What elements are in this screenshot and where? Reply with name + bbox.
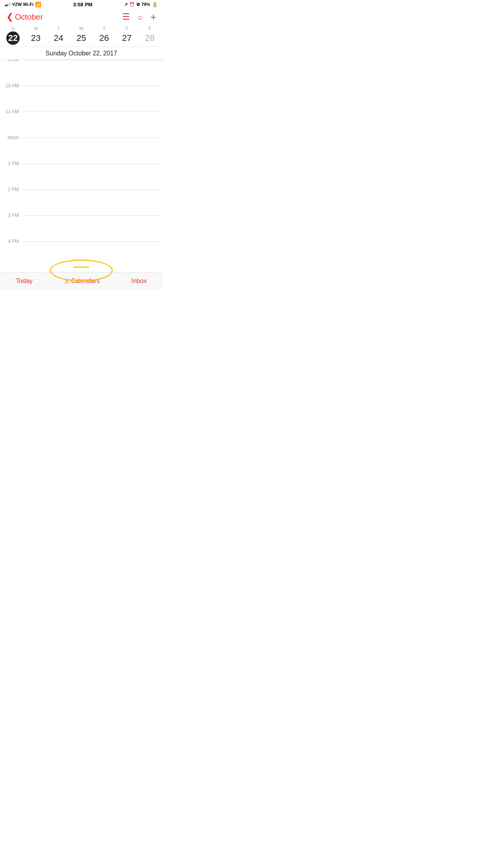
time-label-4pm: 4 PM (0, 239, 23, 244)
day-col-1[interactable]: M 23 (24, 26, 47, 45)
back-chevron-icon: ❮ (6, 12, 13, 22)
status-time: 3:58 PM (73, 2, 92, 7)
back-button[interactable]: ❮ October (6, 12, 43, 22)
time-grid: 9 AM 10 AM 11 AM Noon 1 PM 2 PM 3 PM 4 P… (0, 60, 163, 260)
day-letter-1: M (34, 26, 37, 31)
time-label-noon: Noon (0, 135, 23, 140)
time-label-2pm: 2 PM (0, 187, 23, 192)
time-line-noon (23, 138, 163, 138)
annotation-line (73, 267, 89, 268)
battery-label: 79% (141, 2, 150, 7)
status-left: VZW Wi-Fi 📶 (5, 2, 41, 7)
time-row-10am: 10 AM (0, 86, 163, 112)
nav-bar: ❮ October ☰ ⌕ + (0, 9, 163, 26)
day-number-0: 22 (6, 31, 20, 45)
day-col-6[interactable]: S 28 (138, 26, 161, 45)
day-letter-2: T (57, 26, 60, 31)
day-number-2: 24 (52, 31, 65, 45)
time-label-11am: 11 AM (0, 109, 23, 114)
inbox-label: Inbox (131, 278, 147, 285)
day-col-0[interactable]: S 22 (2, 26, 24, 45)
time-row-2pm: 2 PM (0, 189, 163, 215)
nav-icons: ☰ ⌕ + (122, 11, 156, 23)
tab-today[interactable]: Today (16, 278, 33, 285)
day-number-3: 25 (75, 31, 88, 45)
time-line-2pm (23, 189, 163, 190)
day-letter-6: S (148, 26, 151, 31)
day-letter-5: F (126, 26, 128, 31)
today-label: Today (16, 278, 33, 285)
time-line-10am (23, 86, 163, 86)
week-header: S 22 M 23 T 24 W 25 T 26 F 27 S 28 (0, 26, 163, 47)
time-row-noon: Noon (0, 138, 163, 164)
day-number-4: 26 (97, 31, 111, 45)
alarm-icon: ⏰ (129, 2, 135, 7)
time-row-9am: 9 AM (0, 60, 163, 86)
status-bar: VZW Wi-Fi 📶 3:58 PM ↗ ⏰ ✿ 79% 🔋 (0, 0, 163, 9)
day-letter-0: S (11, 26, 14, 31)
tab-inbox[interactable]: Inbox (131, 278, 147, 285)
date-label: Sunday October 22, 2017 (0, 47, 163, 60)
day-letter-4: T (103, 26, 106, 31)
wifi-icon: 📶 (35, 2, 41, 7)
time-line-3pm (23, 215, 163, 216)
calendars-label: Calendars (71, 278, 100, 285)
time-row-4pm: 4 PM (0, 241, 163, 260)
day-col-2[interactable]: T 24 (47, 26, 70, 45)
time-line-9am (23, 60, 163, 60)
time-label-10am: 10 AM (0, 83, 23, 88)
tab-bar: Today ⚠ Calendars Inbox (0, 272, 163, 289)
back-label: October (15, 13, 43, 22)
location-icon: ↗ (124, 2, 128, 7)
status-right: ↗ ⏰ ✿ 79% 🔋 (124, 2, 158, 7)
tab-calendars[interactable]: ⚠ Calendars (64, 278, 100, 285)
day-col-5[interactable]: F 27 (116, 26, 138, 45)
day-col-4[interactable]: T 26 (93, 26, 116, 45)
add-icon[interactable]: + (150, 11, 156, 23)
time-row-3pm: 3 PM (0, 215, 163, 241)
list-icon[interactable]: ☰ (122, 12, 130, 22)
time-line-4pm (23, 241, 163, 242)
time-line-11am (23, 112, 163, 112)
bluetooth-icon: ✿ (136, 2, 140, 7)
time-row-1pm: 1 PM (0, 164, 163, 189)
time-label-9am: 9 AM (0, 60, 23, 63)
carrier-label: VZW Wi-Fi (12, 2, 33, 7)
time-label-3pm: 3 PM (0, 213, 23, 218)
search-icon[interactable]: ⌕ (138, 13, 143, 22)
day-number-5: 27 (120, 31, 134, 45)
calendars-alert-icon: ⚠ (64, 278, 70, 284)
time-label-1pm: 1 PM (0, 161, 23, 166)
signal-bars (5, 3, 11, 6)
time-line-1pm (23, 164, 163, 164)
day-number-6: 28 (143, 31, 156, 45)
day-number-1: 23 (29, 31, 42, 45)
time-row-11am: 11 AM (0, 112, 163, 138)
day-col-3[interactable]: W 25 (70, 26, 93, 45)
day-letter-3: W (79, 26, 83, 31)
battery-icon: 🔋 (152, 2, 158, 7)
